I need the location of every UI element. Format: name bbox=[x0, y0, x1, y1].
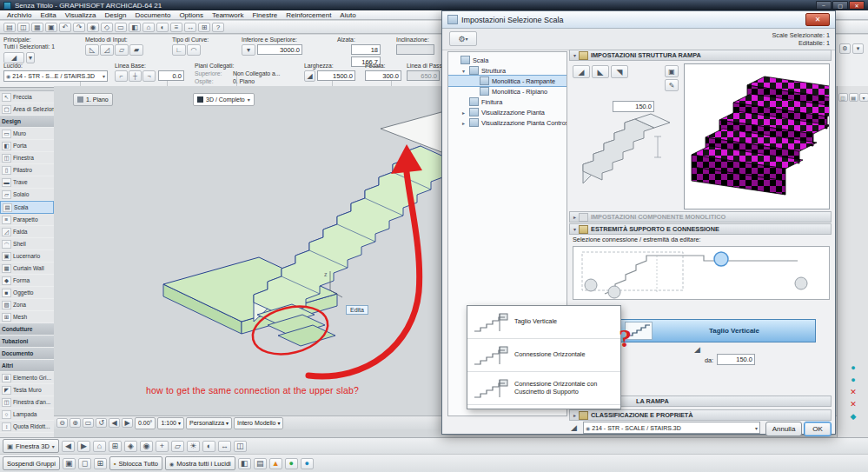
connection-option[interactable]: Connessione Orizzontale con Cuscinetto d… bbox=[467, 372, 620, 405]
render-icon[interactable]: ◐ bbox=[156, 23, 169, 32]
view-mode-selector[interactable]: Intero Modello▾ bbox=[234, 417, 283, 429]
baseline-right-icon[interactable]: ¬ bbox=[142, 70, 156, 82]
tree-item[interactable]: Monolitica - Rampante bbox=[448, 76, 567, 86]
height-link-icon[interactable]: ▾ bbox=[242, 44, 255, 56]
menu-item[interactable]: Design bbox=[102, 11, 130, 19]
cursor-snap-icon[interactable]: + bbox=[156, 441, 169, 452]
total-rise-field[interactable]: 3000.0 bbox=[257, 44, 302, 55]
section-structure-header[interactable]: ▾ IMPOSTAZIONI STRUTTURA RAMPA bbox=[569, 50, 832, 61]
cut-offset-field[interactable]: 150.0 bbox=[717, 354, 755, 365]
stair-3d-preview[interactable] bbox=[684, 63, 830, 209]
tree-item[interactable]: Finitura bbox=[448, 96, 567, 107]
ungroup-icon[interactable]: ◻ bbox=[78, 458, 91, 469]
stair-structure-1-icon[interactable]: ◢ bbox=[573, 65, 590, 78]
layer-combo[interactable]: ◉ 214 - STR - S...E / STAIRS.3D ▾ bbox=[3, 70, 108, 82]
tree-item[interactable]: ▾ Struttura bbox=[448, 65, 567, 76]
menu-item[interactable]: Documento bbox=[131, 11, 174, 19]
show-all-layers-button[interactable]: ◉ Mostra tutti i Lucidi bbox=[165, 456, 235, 470]
toolbox-item[interactable]: ≡ Parapetto bbox=[0, 214, 54, 226]
notify-teal-2-icon[interactable]: ● bbox=[848, 375, 859, 385]
toolbox-item[interactable]: ↕ Quota Ridott... bbox=[0, 421, 54, 433]
zoom-mode-selector[interactable]: Personalizza▾ bbox=[186, 417, 232, 429]
trace-icon[interactable]: ◫ bbox=[234, 441, 247, 452]
baseline-offset-field[interactable]: 0.0 bbox=[158, 70, 184, 81]
teamwork-icon[interactable]: ⊞ bbox=[198, 23, 210, 32]
status-green-icon[interactable]: ● bbox=[285, 458, 298, 469]
section-support-header[interactable]: ▾ ESTREMITÀ SUPPORTO E CONNESSIONE bbox=[569, 223, 832, 235]
group-icon[interactable]: ▣ bbox=[63, 458, 76, 469]
toolbox-item[interactable]: ◫ Finestra bbox=[0, 152, 54, 164]
favorites-button[interactable]: ⚙ ▾ bbox=[449, 31, 477, 46]
width-field[interactable]: 1500.0 bbox=[317, 70, 355, 81]
dialog-layer-combo[interactable]: ◉ 214 - STR - SCALE / STAIRS.3D ▾ bbox=[583, 422, 760, 434]
minimize-icon[interactable]: – bbox=[816, 1, 832, 10]
tree-item[interactable]: ▸ Visualizzazione Pianta Controsoffitto bbox=[448, 117, 567, 128]
edit-plane-icon[interactable]: ▱ bbox=[171, 441, 184, 452]
tool-caret-icon[interactable]: ▾ bbox=[26, 52, 35, 63]
riser-count-field[interactable]: 18 bbox=[351, 44, 381, 55]
curve-straight-icon[interactable]: ∟ bbox=[172, 44, 186, 56]
save-icon[interactable]: ▦ bbox=[31, 23, 43, 32]
stair-structure-2-icon[interactable]: ◣ bbox=[592, 65, 609, 78]
panel-list-icon[interactable]: ▤ bbox=[849, 93, 858, 102]
next-view-icon[interactable]: ▶ bbox=[122, 418, 133, 428]
toolbox-item[interactable]: ▭ Muro bbox=[0, 128, 54, 140]
toolbox-item[interactable]: ▤ Scala bbox=[0, 201, 54, 214]
menu-item[interactable]: Reinforcement bbox=[282, 11, 335, 19]
titlebar[interactable]: Senza Titolo - GRAPHISOFT ARCHICAD-64 21… bbox=[0, 0, 868, 10]
help-icon[interactable]: ? bbox=[212, 23, 224, 32]
preview-mode-icon[interactable]: ▣ bbox=[665, 65, 679, 77]
close-icon[interactable]: ✕ bbox=[849, 1, 865, 10]
input-method-landing-icon[interactable]: ▱ bbox=[115, 44, 129, 56]
slab-thickness-field[interactable]: 150.0 bbox=[613, 101, 654, 112]
panel-pin-icon[interactable]: ▾ bbox=[852, 43, 864, 54]
upper-link-value[interactable]: Non Collegato a... bbox=[233, 70, 280, 76]
toolbox-item[interactable]: ◆ Forma bbox=[0, 275, 54, 287]
error-1-icon[interactable]: ✕ bbox=[848, 387, 859, 397]
selected-connection-bar[interactable]: Taglio Verticale bbox=[620, 319, 816, 342]
expander-icon[interactable]: ▸ bbox=[461, 120, 467, 126]
stair-structure-3-icon[interactable]: ◥ bbox=[611, 65, 628, 78]
toolbox-item[interactable]: ■ Oggetto bbox=[0, 287, 54, 299]
slope-field[interactable] bbox=[396, 44, 434, 55]
filter-icon[interactable]: ▤ bbox=[254, 458, 267, 469]
zoom-in-icon[interactable]: ⊕ bbox=[70, 418, 81, 428]
toolbox-item[interactable]: ◿ Falda bbox=[0, 226, 54, 238]
redo-icon[interactable]: ↷ bbox=[73, 23, 85, 32]
find-select-icon[interactable]: ◉ bbox=[87, 23, 99, 32]
autogroup-icon[interactable]: ⊞ bbox=[94, 458, 107, 469]
panel-caret-icon[interactable]: ▾ bbox=[859, 93, 868, 102]
toolbox-item[interactable]: ▦ Curtain Wall bbox=[0, 263, 54, 275]
section-classification-header[interactable]: ▸ CLASSIFICAZIONE E PROPRIETÀ bbox=[569, 409, 832, 421]
door-tool-icon[interactable]: ◧ bbox=[129, 23, 141, 32]
ruler-icon[interactable]: ↔ bbox=[218, 441, 231, 452]
toolbox-item[interactable]: ◤ Testa Muro bbox=[0, 384, 54, 396]
connection-option[interactable]: Taglio Verticale bbox=[467, 306, 620, 339]
tree-item[interactable]: Scala bbox=[448, 55, 567, 65]
new-file-icon[interactable]: ▤ bbox=[3, 23, 16, 32]
toolbox-item[interactable]: Condutture bbox=[0, 323, 54, 336]
input-method-flight-icon[interactable]: ◿ bbox=[100, 44, 114, 56]
toolbox-item[interactable]: ▱ Solaio bbox=[0, 189, 54, 201]
toolbox-item[interactable]: ▯ Pilastro bbox=[0, 164, 54, 176]
renovation-icon[interactable]: ◧ bbox=[238, 458, 251, 469]
toolbox-item[interactable]: Design bbox=[0, 116, 54, 128]
toolbox-item[interactable]: ◫ Finestra d'an... bbox=[0, 396, 54, 409]
preview-edit-icon[interactable]: ✎ bbox=[665, 79, 679, 91]
stair-3d-model[interactable]: z bbox=[54, 90, 441, 415]
nav-back-icon[interactable]: ◀ bbox=[62, 441, 75, 452]
menu-item[interactable]: Options bbox=[176, 11, 207, 19]
connection-option[interactable]: Connessione Orizzontale bbox=[467, 339, 620, 372]
sun-icon[interactable]: ☀ bbox=[187, 441, 200, 452]
prev-view-icon[interactable]: ◀ bbox=[109, 418, 120, 428]
input-method-riser-icon[interactable]: ◺ bbox=[85, 44, 99, 56]
expander-icon[interactable]: ▾ bbox=[461, 68, 467, 74]
dialog-titlebar[interactable]: Impostazioni Selezione Scala ✕ bbox=[442, 11, 835, 29]
status-blue-icon[interactable]: ● bbox=[301, 458, 314, 469]
baseline-left-icon[interactable]: ⌐ bbox=[115, 70, 128, 82]
menu-item[interactable]: Aiuto bbox=[336, 11, 359, 19]
error-2-icon[interactable]: ✕ bbox=[848, 399, 859, 409]
menu-item[interactable]: Archivio bbox=[3, 11, 35, 19]
menu-item[interactable]: Visualizza bbox=[62, 11, 100, 19]
input-method-full-icon[interactable]: ▰ bbox=[129, 44, 143, 56]
